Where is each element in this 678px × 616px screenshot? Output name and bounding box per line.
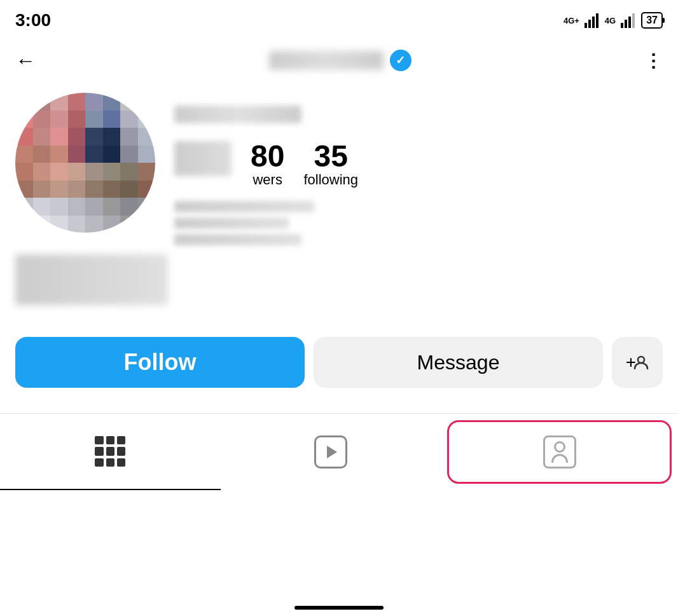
svg-rect-0 (585, 23, 587, 28)
person-body (551, 454, 568, 463)
svg-rect-7 (632, 13, 635, 28)
following-count: 35 (314, 141, 348, 172)
status-bar: 3:00 4G+ 4G 37 (0, 0, 678, 38)
play-icon (327, 446, 337, 458)
tab-grid[interactable] (0, 414, 221, 490)
tagged-icon (543, 435, 576, 469)
svg-rect-5 (625, 20, 627, 28)
person-icon (633, 355, 649, 369)
status-time: 3:00 (15, 10, 51, 31)
bio-line-2 (174, 217, 289, 229)
tab-bar (0, 413, 678, 490)
svg-rect-1 (588, 20, 591, 28)
followers-count: 80 (251, 141, 284, 172)
action-buttons: Follow Message + (0, 324, 678, 400)
back-button[interactable]: ← (15, 50, 36, 71)
reels-icon (314, 435, 347, 469)
bio-line-1 (174, 201, 314, 212)
profile-section: 80 wers 35 following (0, 83, 678, 324)
status-icons: 4G+ 4G 37 (564, 12, 663, 29)
top-nav: ← ✓ ⋮ (0, 38, 678, 83)
tab-reels[interactable] (221, 414, 441, 490)
username-blurred (269, 51, 384, 70)
following-label: following (303, 172, 358, 188)
svg-rect-2 (592, 17, 595, 28)
follow-button[interactable]: Follow (15, 337, 305, 388)
display-name-blurred (174, 106, 301, 123)
battery-level: 37 (646, 15, 658, 25)
verified-check-icon: ✓ (396, 53, 405, 67)
stats-row: 80 wers 35 following (174, 141, 663, 188)
signal2-label: 4G (605, 16, 616, 25)
svg-point-8 (638, 357, 644, 363)
add-friend-button[interactable]: + (612, 337, 663, 388)
profile-avatar (15, 93, 155, 233)
tab-tagged[interactable] (447, 420, 672, 484)
more-options-button[interactable]: ⋮ (644, 50, 663, 71)
signal1-icon (583, 13, 601, 28)
bio-line-3 (174, 234, 301, 245)
username-area: ✓ (269, 50, 412, 71)
profile-link-blurred (15, 254, 168, 305)
grid-icon (95, 436, 125, 467)
followers-label: wers (253, 172, 282, 188)
signal2-icon (619, 13, 637, 28)
svg-rect-4 (621, 23, 623, 28)
avatar-image (15, 93, 155, 233)
posts-stat (174, 141, 232, 176)
signal1-label: 4G+ (564, 16, 579, 25)
followers-stat[interactable]: 80 wers (251, 141, 284, 188)
bio-area (174, 201, 663, 245)
battery-indicator: 37 (641, 12, 663, 29)
person-head (554, 441, 565, 453)
message-button[interactable]: Message (314, 337, 603, 388)
svg-rect-3 (596, 13, 598, 28)
home-indicator (294, 606, 384, 610)
stats-area: 80 wers 35 following (174, 93, 663, 245)
following-stat[interactable]: 35 following (303, 141, 358, 188)
verified-badge: ✓ (390, 50, 412, 71)
svg-rect-6 (628, 17, 631, 28)
posts-count-blurred (174, 141, 232, 176)
person-silhouette-icon (551, 441, 568, 463)
